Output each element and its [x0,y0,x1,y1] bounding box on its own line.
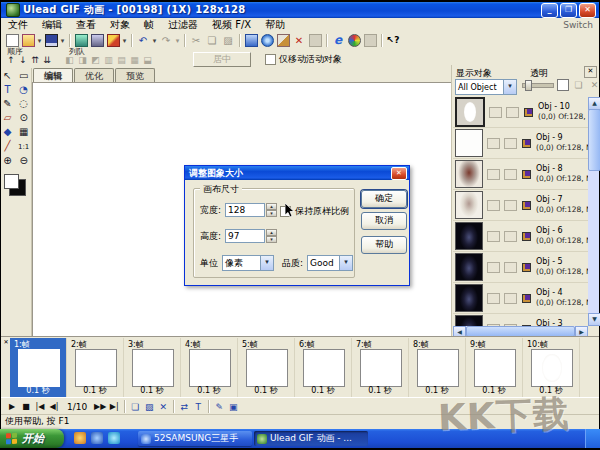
align-center-h-icon[interactable]: ◩ [89,54,102,66]
object-filter-select[interactable]: All Object ▾ [455,79,517,95]
tab-optimize[interactable]: 优化 [74,68,114,82]
duplicate-frame-icon[interactable]: ▨ [142,402,156,412]
scrollbar-thumb[interactable] [588,109,600,171]
capture-icon[interactable] [363,34,377,47]
move-top-icon[interactable]: ⇈ [29,54,41,66]
spin-up-icon[interactable]: ▴ [266,203,277,210]
next-frame-icon[interactable]: ▶▶ [93,402,107,411]
minimize-button[interactable]: _ [541,3,558,18]
draw-frame-icon[interactable]: ✎ [212,402,226,412]
copy-icon[interactable]: ❏ [205,34,219,47]
frame-thumbnail[interactable] [18,349,60,387]
time-tool-icon[interactable]: ◔ [17,82,30,96]
frame-thumbnail[interactable] [360,349,402,387]
frame-cell[interactable]: 6:帧 0.1 秒 [295,338,352,397]
object-row[interactable]: Obj - 4 (0,0) Of:128, N: [453,283,588,314]
frame-cell[interactable]: 2:帧 0.1 秒 [67,338,124,397]
object-row[interactable]: Obj - 6 (0,0) Of:128, N: [453,221,588,252]
extra-icon[interactable] [308,34,322,47]
delete-icon[interactable]: ✕ [292,34,306,47]
align-left-icon[interactable]: ◧ [63,54,76,66]
help-button[interactable]: 帮助 [361,236,407,254]
menu-view[interactable]: 查看 [69,18,103,32]
maximize-button[interactable]: ❐ [560,3,577,18]
globe-icon[interactable] [260,34,274,47]
align-bottom-icon[interactable]: ▦ [128,54,141,66]
close-button[interactable]: ✕ [579,3,596,18]
object-thumbnail[interactable] [455,97,485,127]
open-icon[interactable] [21,34,35,47]
context-help-icon[interactable]: ↖? [386,34,400,47]
object-thumbnail[interactable] [455,160,483,188]
tab-preview[interactable]: 预览 [115,68,155,82]
transparency-slider[interactable] [522,83,554,88]
align-canvas-icon[interactable]: ⬓ [141,54,154,66]
switch-label[interactable]: Switch [563,18,593,32]
frame-cell[interactable]: 1:帧 0.1 秒 [10,338,67,397]
tab-edit[interactable]: 编辑 [33,68,73,82]
frame-cell[interactable]: 9:帧 0.1 秒 [466,338,523,397]
menu-object[interactable]: 对象 [103,18,137,32]
frame-thumbnail[interactable] [189,349,231,387]
tween-icon[interactable]: T [191,402,205,412]
open-dropdown-icon[interactable]: ▾ [36,37,43,45]
redo-icon[interactable]: ↷ [159,34,173,47]
zoom-in-tool-icon[interactable]: ⊕ [1,154,14,168]
actual-size-tool-icon[interactable]: 1:1 [17,140,30,154]
identical-frame-icon[interactable]: ▣ [226,402,240,412]
frame-thumbnail[interactable] [303,349,345,387]
dialog-title-bar[interactable]: 调整图象大小 ✕ [185,166,409,180]
move-up-icon[interactable]: ↑ [5,54,17,66]
object-row[interactable]: Obj - 10 (0,0) Of:128, N: [453,97,588,128]
align-middle-icon[interactable]: ▤ [115,54,128,66]
chevron-down-icon[interactable]: ▾ [339,256,352,270]
quick-launch-icon[interactable] [108,432,120,444]
spin-down-icon[interactable]: ▾ [266,210,277,217]
color-swatches[interactable] [4,174,26,196]
cancel-button[interactable]: 取消 [361,212,407,230]
object-thumbnail[interactable] [455,253,483,281]
height-input[interactable]: 97 [225,229,265,243]
frame-cell[interactable]: 10:帧 0.1 秒 [523,338,580,397]
taskbar-task-ulead[interactable]: Ulead GIF 动画 - ... [254,431,368,446]
object-thumbnail[interactable] [455,315,483,326]
object-thumbnail[interactable] [455,222,483,250]
marquee-tool-icon[interactable]: ▭ [17,68,30,82]
frame-cell[interactable]: 4:帧 0.1 秒 [181,338,238,397]
first-frame-icon[interactable]: |◀ [33,402,47,411]
object-row[interactable]: Obj - 3 (0,0) Of:128, N: [453,314,588,326]
object-row[interactable]: Obj - 5 (0,0) Of:128, N: [453,252,588,283]
palette-icon[interactable] [347,34,361,47]
delete-frame-icon[interactable]: ✕ [156,402,170,412]
save-dropdown-icon[interactable]: ▾ [59,37,66,45]
redo-dropdown-icon[interactable]: ▾ [174,37,181,45]
object-thumbnail[interactable] [455,129,483,157]
frame-cell[interactable]: 7:帧 0.1 秒 [352,338,409,397]
height-spinner[interactable]: ▴ ▾ [266,229,277,243]
move-bottom-icon[interactable]: ⇊ [41,54,53,66]
undo-icon[interactable]: ↶ [136,34,150,47]
frame-properties-icon[interactable] [244,34,258,47]
wizard-icon[interactable] [106,34,120,47]
menu-file[interactable]: 文件 [1,18,35,32]
frame-cell[interactable]: 5:帧 0.1 秒 [238,338,295,397]
frame-thumbnail[interactable] [474,349,516,387]
center-button[interactable]: 居中 [193,52,251,67]
dialog-close-icon[interactable]: ✕ [391,167,407,180]
frame-thumbnail[interactable] [417,349,459,387]
fill-tool-icon[interactable]: ◆ [1,124,14,138]
crop-tool-icon[interactable]: ▦ [17,124,30,138]
reverse-frames-icon[interactable]: ⇄ [177,402,191,412]
unit-select[interactable]: 像素 ▾ [222,255,274,271]
menu-help[interactable]: 帮助 [258,18,292,32]
brush-tool-icon[interactable]: ✎ [1,96,14,110]
object-thumbnail[interactable] [455,284,483,312]
previous-frame-icon[interactable]: ◀| [47,402,61,411]
title-bar[interactable]: Ulead GIF 动画 - [00198] (1X) 128x128 _ ❐ … [1,2,599,18]
frame-thumbnail[interactable] [75,349,117,387]
lasso-tool-icon[interactable]: ◌ [17,96,30,110]
menu-filter[interactable]: 过滤器 [161,18,205,32]
move-down-icon[interactable]: ↓ [17,54,29,66]
foreground-color-swatch[interactable] [4,174,19,189]
taskbar-task-browser[interactable]: 52SAMSUNG三星手 [138,431,252,446]
